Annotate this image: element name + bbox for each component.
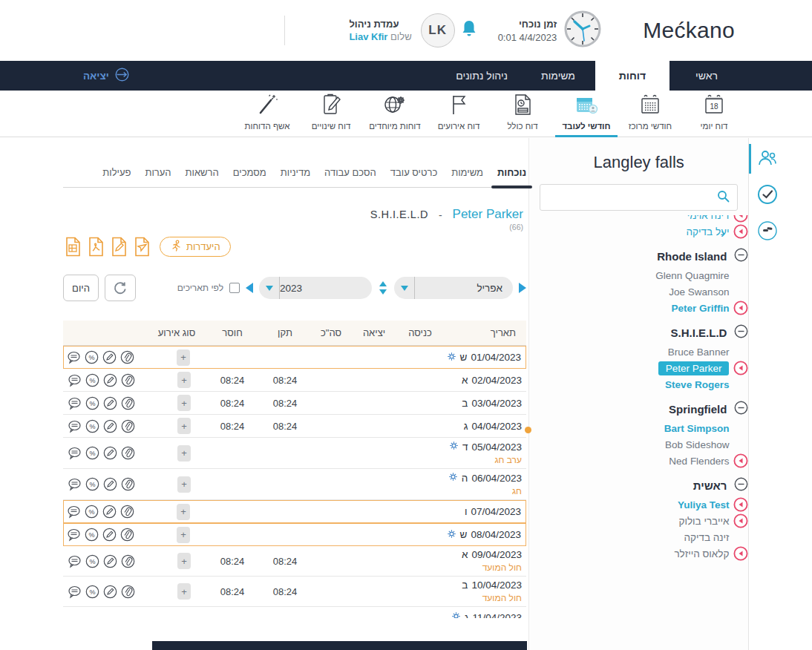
tree-person-1[interactable]: יעל בדיקה [555,223,748,240]
edit-icon[interactable] [103,446,117,460]
table-row[interactable]: 02/04/2023א08:2408:24+% [63,369,526,392]
logout-button[interactable]: יציאה [83,61,130,91]
edit-icon[interactable] [103,554,117,568]
collapse-minus-icon[interactable] [734,477,748,494]
percent-icon[interactable]: % [85,477,99,491]
tab-5[interactable]: מסמכים [233,167,266,178]
tree-group-2[interactable]: Rhode Island [555,245,748,267]
employee-marker-icon[interactable] [733,361,748,375]
year-select[interactable]: 2023 [259,277,372,299]
comment-icon[interactable] [68,585,82,599]
edit-icon[interactable] [103,373,117,387]
add-event-button[interactable]: + [177,476,191,493]
percent-icon[interactable]: % [85,505,99,519]
employee-search-input[interactable] [548,192,711,203]
tree-person-15[interactable]: Yuliya Test [555,496,748,513]
collapse-minus-icon[interactable] [734,324,748,341]
comment-icon[interactable] [68,396,82,410]
collapse-minus-icon[interactable] [734,248,748,265]
attachment-icon[interactable] [121,554,135,568]
next-month-arrow[interactable] [519,283,526,293]
percent-icon[interactable]: % [85,419,99,433]
tree-person-12[interactable]: Bob Sideshow [555,436,748,453]
tree-person-4[interactable]: Joe Swanson [555,283,748,300]
report-item-1[interactable]: חודשי מרוכז [623,91,677,137]
edit-icon[interactable] [103,585,117,599]
comment-icon[interactable] [68,477,82,491]
tree-person-18[interactable]: קלאוס הייזלר [555,545,748,562]
tree-person-8[interactable]: Peter Parker [555,360,748,376]
today-button[interactable]: היום [63,275,99,301]
tree-group-14[interactable]: ראשית [555,474,748,496]
edit-icon[interactable] [103,419,117,433]
nav-item-0[interactable]: ראשי [669,61,744,91]
tree-person-16[interactable]: אייברי בולוק [555,513,748,529]
tree-person-3[interactable]: Glenn Quagmire [555,267,748,283]
comment-icon[interactable] [67,505,81,519]
employee-marker-icon[interactable] [733,497,748,512]
employee-marker-icon[interactable] [733,301,748,315]
add-event-button[interactable]: + [177,372,191,388]
tree-person-13[interactable]: Ned Flenders [555,453,748,469]
comment-icon[interactable] [68,554,82,568]
tab-7[interactable]: הערות [145,167,171,178]
attachment-icon[interactable] [121,373,135,387]
percent-icon[interactable]: % [85,554,99,568]
report-item-4[interactable]: דוח אירועים [432,91,485,137]
percent-icon[interactable]: % [85,350,99,364]
tab-3[interactable]: הסכם עבודה [324,167,376,178]
edit-icon[interactable] [102,505,117,519]
report-item-7[interactable]: אשף הדוחות [240,91,294,137]
add-event-button[interactable]: + [177,553,191,569]
table-row[interactable]: 03/04/2023ב08:2408:24+% [63,392,526,415]
report-item-2[interactable]: חודשי לעובד [560,91,613,137]
comment-icon[interactable] [68,419,82,433]
edit-icon[interactable] [102,528,117,542]
attachment-icon[interactable] [121,585,135,599]
percent-icon[interactable]: % [85,446,99,460]
tree-person-11[interactable]: Bart Simpson [555,420,748,436]
percent-icon[interactable]: % [85,528,99,542]
attachment-icon[interactable] [120,505,134,519]
tab-8[interactable]: פעילות [102,167,131,178]
tree-group-6[interactable]: S.H.I.E.L.D [555,321,748,344]
nav-item-3[interactable]: ניהול נתונים [442,61,521,91]
add-event-button[interactable]: + [177,527,190,543]
refresh-button[interactable] [105,275,136,301]
tree-person-17[interactable]: זינה בדיקה [555,529,748,545]
edit-icon[interactable] [102,350,117,364]
employee-marker-icon[interactable] [733,546,748,561]
add-event-button[interactable]: + [177,349,190,366]
report-item-0[interactable]: 18דוח יומי [687,91,741,137]
employee-marker-icon[interactable] [733,513,748,528]
comment-icon[interactable] [67,528,81,542]
notifications-bell-icon[interactable] [461,19,477,42]
attachment-icon[interactable] [121,446,135,460]
employee-marker-icon[interactable] [733,224,748,239]
collapse-minus-icon[interactable] [734,401,748,418]
edit-export-icon[interactable] [109,236,127,257]
attachment-icon[interactable] [121,396,135,410]
pdf-export-icon[interactable] [86,236,104,257]
spinner-up-icon[interactable] [379,281,387,286]
percent-icon[interactable]: % [85,585,99,599]
table-row[interactable]: 04/04/2023ג08:2408:24+% [63,415,526,438]
edit-icon[interactable] [103,396,117,410]
month-select[interactable]: אפריל [394,277,513,299]
tree-person-7[interactable]: Bruce Banner [555,344,748,360]
add-event-button[interactable]: + [177,445,191,462]
comment-icon[interactable] [68,373,82,387]
table-row[interactable]: 11/04/2023ג [63,607,526,618]
prev-month-arrow[interactable] [246,283,253,293]
shifts-card-icon[interactable] [756,220,779,242]
nav-item-1[interactable]: דוחות [595,61,669,91]
tree-person-5[interactable]: Peter Griffin [555,300,748,316]
comment-icon[interactable] [68,446,82,460]
add-event-button[interactable]: + [177,395,191,411]
add-event-button[interactable]: + [177,418,191,434]
percent-icon[interactable]: % [85,373,99,387]
tree-group-10[interactable]: Springfield [555,398,748,420]
collapse-sidebar-chevron[interactable]: ‹ [721,226,725,241]
excel-export-icon[interactable] [63,236,81,257]
add-event-button[interactable]: + [177,583,191,600]
